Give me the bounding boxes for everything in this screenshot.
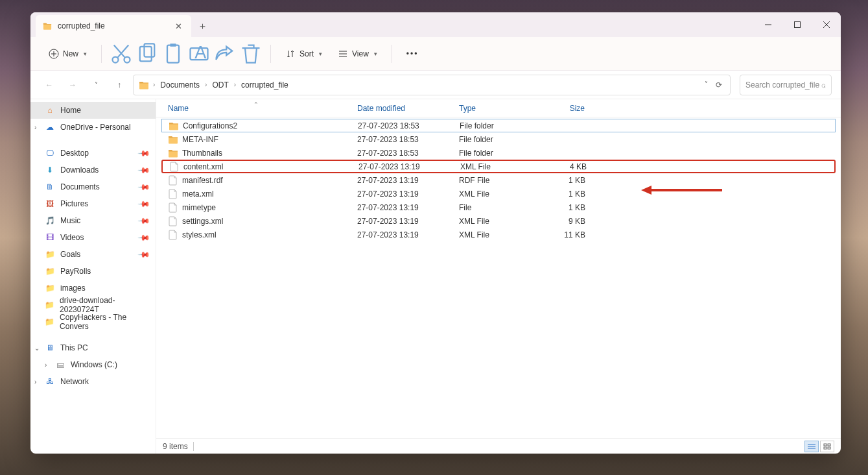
share-button[interactable]: [213, 42, 237, 66]
sidebar-item-documents[interactable]: 🗎Documents📌: [30, 178, 156, 195]
pin-icon: 📌: [137, 248, 151, 262]
chevron-right-icon[interactable]: ›: [34, 378, 36, 385]
share-icon: [213, 42, 237, 66]
tab-current[interactable]: corrupted_file ✕: [36, 15, 191, 37]
divider: [101, 45, 102, 63]
delete-button[interactable]: [239, 42, 263, 66]
chevron-right-icon[interactable]: ›: [34, 124, 36, 131]
details-view-button[interactable]: [804, 441, 819, 452]
cell-name: mimetype: [161, 202, 351, 213]
chevron-right-icon: ›: [153, 81, 155, 88]
sidebar-item-pictures[interactable]: 🖼Pictures📌: [30, 195, 156, 212]
address-bar[interactable]: › Documents › ODT › corrupted_file ˅ ⟳: [133, 75, 731, 95]
sidebar-item-downloads[interactable]: ⬇Downloads📌: [30, 162, 156, 178]
folder-icon: 🎞: [45, 232, 55, 243]
file-row[interactable]: styles.xml 27-07-2023 13:19 XML File 11 …: [161, 228, 836, 241]
chevron-down-icon[interactable]: ⌄: [34, 345, 40, 352]
cell-type: XML File: [452, 189, 537, 199]
breadcrumb-item[interactable]: ODT: [211, 79, 229, 91]
sidebar-item-payrolls[interactable]: 📁PayRolls: [30, 263, 156, 280]
copy-icon: [135, 42, 159, 66]
search-input[interactable]: [745, 80, 821, 90]
sidebar-item-network[interactable]: › 🖧 Network: [30, 373, 156, 390]
copy-button[interactable]: [135, 42, 159, 66]
chevron-right-icon: ›: [234, 81, 236, 88]
cell-type: XML File: [452, 217, 537, 226]
up-button[interactable]: ↑: [110, 75, 129, 95]
sidebar-item-home[interactable]: ⌂ Home: [30, 102, 156, 119]
breadcrumb-item[interactable]: corrupted_file: [240, 79, 290, 91]
file-row[interactable]: mimetype 27-07-2023 13:19 File 1 KB: [161, 201, 836, 214]
cloud-icon: ☁: [45, 122, 55, 132]
folder-icon: [139, 80, 149, 90]
file-row[interactable]: manifest.rdf 27-07-2023 13:19 RDF File 1…: [161, 173, 836, 187]
sidebar-label: Videos: [60, 233, 84, 242]
paste-button[interactable]: [161, 42, 185, 66]
file-row[interactable]: Thumbnails 27-07-2023 18:53 File folder: [161, 146, 836, 160]
cell-size: 11 KB: [537, 230, 592, 239]
sidebar-item-copyhackers[interactable]: 📁CopyHackers - The Convers: [30, 313, 156, 330]
file-list[interactable]: Configurations2 27-07-2023 18:53 File fo…: [156, 117, 841, 438]
column-size[interactable]: Size: [537, 104, 592, 113]
drive-icon: 🖴: [55, 359, 65, 370]
details-icon: [808, 443, 815, 450]
file-row[interactable]: meta.xml 27-07-2023 13:19 XML File 1 KB: [161, 187, 836, 201]
sidebar-label: CopyHackers - The Convers: [60, 313, 149, 331]
recent-dropdown[interactable]: ˅: [86, 75, 106, 95]
column-date[interactable]: Date modified: [351, 104, 452, 113]
sidebar-label: OneDrive - Personal: [60, 123, 131, 132]
view-button[interactable]: View ▾: [331, 45, 384, 63]
file-row[interactable]: Configurations2 27-07-2023 18:53 File fo…: [161, 119, 836, 132]
titlebar: corrupted_file ✕ ＋: [30, 12, 841, 37]
file-row[interactable]: settings.xml 27-07-2023 13:19 XML File 9…: [161, 214, 836, 228]
cell-name: Configurations2: [162, 121, 351, 131]
file-pane: Name⌃ Date modified Type Size Configurat…: [156, 99, 841, 454]
new-tab-button[interactable]: ＋: [191, 15, 213, 37]
sidebar-item-videos[interactable]: 🎞Videos📌: [30, 229, 156, 246]
more-button[interactable]: •••: [400, 45, 425, 62]
sidebar-item-desktop[interactable]: 🖵Desktop📌: [30, 145, 156, 162]
address-dropdown[interactable]: ˅: [702, 78, 710, 92]
file-row[interactable]: META-INF 27-07-2023 18:53 File folder: [161, 132, 836, 146]
cell-size: 4 KB: [538, 162, 593, 171]
breadcrumb-item[interactable]: Documents: [159, 79, 201, 91]
back-button[interactable]: ←: [40, 75, 59, 95]
sidebar-label: images: [60, 284, 86, 293]
sort-label: Sort: [299, 49, 314, 58]
sidebar-item-drive-dl[interactable]: 📁drive-download-20230724T: [30, 297, 156, 313]
search-box[interactable]: ⌕: [740, 75, 832, 95]
sidebar-item-thispc[interactable]: ⌄ 🖥 This PC: [30, 339, 156, 356]
close-window-button[interactable]: [812, 12, 841, 37]
network-icon: 🖧: [45, 376, 55, 387]
chevron-right-icon[interactable]: ›: [45, 361, 47, 369]
file-row[interactable]: content.xml 27-07-2023 13:19 XML File 4 …: [161, 160, 836, 173]
sort-ascending-icon: ⌃: [253, 101, 259, 108]
svg-point-8: [124, 56, 130, 62]
svg-rect-24: [828, 444, 830, 446]
sidebar-item-images[interactable]: 📁images: [30, 280, 156, 297]
new-button[interactable]: New ▾: [42, 45, 93, 63]
rename-button[interactable]: A: [187, 42, 211, 66]
sidebar-label: Goals: [60, 250, 80, 259]
forward-button[interactable]: →: [63, 75, 82, 95]
tab-close-button[interactable]: ✕: [172, 20, 185, 32]
cell-name: META-INF: [161, 134, 351, 145]
thumbnails-view-button[interactable]: [820, 441, 834, 452]
column-name[interactable]: Name⌃: [161, 104, 351, 113]
sidebar-item-goals[interactable]: 📁Goals📌: [30, 246, 156, 263]
sidebar-item-onedrive[interactable]: › ☁ OneDrive - Personal: [30, 119, 156, 136]
folder-icon: 🖵: [45, 148, 55, 158]
cell-size: 1 KB: [537, 189, 592, 199]
minimize-button[interactable]: [753, 12, 782, 37]
maximize-button[interactable]: [782, 12, 812, 37]
svg-text:A: A: [194, 42, 206, 62]
cell-type: File folder: [452, 135, 537, 144]
cut-button[interactable]: [110, 42, 133, 66]
sort-button[interactable]: Sort ▾: [279, 45, 329, 63]
file-icon: [168, 216, 178, 226]
refresh-button[interactable]: ⟳: [713, 78, 725, 92]
sidebar-item-music[interactable]: 🎵Music📌: [30, 212, 156, 229]
sidebar-item-windows-c[interactable]: › 🖴 Windows (C:): [30, 356, 156, 373]
column-type[interactable]: Type: [452, 104, 537, 113]
thumbnails-icon: [823, 443, 831, 450]
